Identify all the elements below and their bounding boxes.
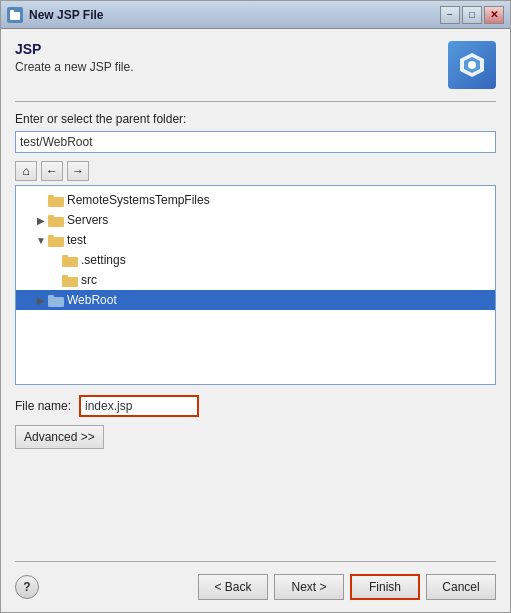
folder-icon-servers [48,213,64,227]
folder-label: Enter or select the parent folder: [15,112,496,126]
page-title: JSP [15,41,438,57]
folder-icon-webroot [48,293,64,307]
svg-rect-1 [10,10,14,13]
page-subtitle: Create a new JSP file. [15,60,438,74]
svg-rect-8 [48,215,54,219]
folder-icon-remote [48,193,64,207]
svg-rect-16 [48,295,54,299]
tree-item-label-settings: .settings [81,253,126,267]
back-button[interactable]: ← [41,161,63,181]
back-button[interactable]: < Back [198,574,268,600]
tree-item-label-src: src [81,273,97,287]
main-window: New JSP File − □ ✕ JSP Create a new JSP … [0,0,511,613]
folder-icon-test [48,233,64,247]
toggle-src [48,273,62,287]
tree-item-src[interactable]: src [16,270,495,290]
maximize-button[interactable]: □ [462,6,482,24]
header-divider [15,101,496,102]
forward-button[interactable]: → [67,161,89,181]
tree-item-settings[interactable]: .settings [16,250,495,270]
tree-item-label-servers: Servers [67,213,108,227]
close-button[interactable]: ✕ [484,6,504,24]
next-button[interactable]: Next > [274,574,344,600]
advanced-button[interactable]: Advanced >> [15,425,104,449]
home-button[interactable]: ⌂ [15,161,37,181]
window-controls: − □ ✕ [440,6,504,24]
header-section: JSP Create a new JSP file. [15,41,496,89]
window-icon [7,7,23,23]
toggle-settings [48,253,62,267]
tree-item-test[interactable]: ▼ test [16,230,495,250]
folder-icon-src [62,273,78,287]
content-area: JSP Create a new JSP file. Enter or sele… [1,29,510,612]
folder-tree[interactable]: RemoteSystemsTempFiles ▶ Servers ▼ [15,185,496,385]
svg-point-4 [468,61,476,69]
toggle-test: ▼ [34,233,48,247]
svg-rect-0 [10,12,20,20]
file-section: File name: Advanced >> [15,395,496,449]
help-button[interactable]: ? [15,575,39,599]
title-bar: New JSP File − □ ✕ [1,1,510,29]
tree-item-servers[interactable]: ▶ Servers [16,210,495,230]
folder-input[interactable] [15,131,496,153]
finish-button[interactable]: Finish [350,574,420,600]
folder-toolbar: ⌂ ← → [15,161,496,181]
tree-item-remote[interactable]: RemoteSystemsTempFiles [16,190,495,210]
tree-item-label-webroot: WebRoot [67,293,117,307]
cancel-button[interactable]: Cancel [426,574,496,600]
button-row: ? < Back Next > Finish Cancel [15,570,496,604]
file-name-row: File name: [15,395,496,417]
minimize-button[interactable]: − [440,6,460,24]
file-name-label: File name: [15,399,71,413]
file-name-input[interactable] [79,395,199,417]
tree-item-webroot[interactable]: ▶ WebRoot [16,290,495,310]
toggle-servers: ▶ [34,213,48,227]
tree-item-label-remote: RemoteSystemsTempFiles [67,193,210,207]
window-title: New JSP File [29,8,440,22]
svg-rect-10 [48,235,54,239]
svg-rect-12 [62,255,68,259]
tree-item-label-test: test [67,233,86,247]
svg-rect-6 [48,195,54,199]
bottom-divider [15,561,496,562]
svg-rect-14 [62,275,68,279]
header-text: JSP Create a new JSP file. [15,41,438,74]
header-icon [448,41,496,89]
toggle-webroot: ▶ [34,293,48,307]
toggle-remote [34,193,48,207]
folder-icon-settings [62,253,78,267]
